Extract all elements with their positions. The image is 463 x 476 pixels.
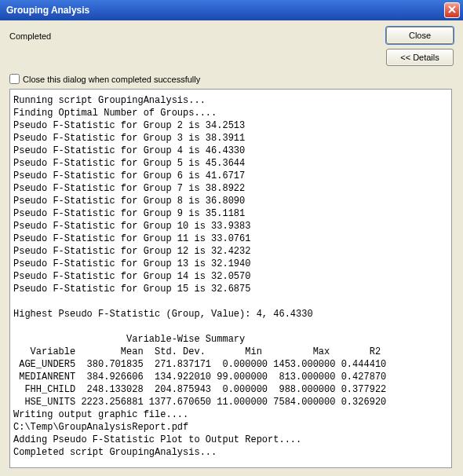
close-button[interactable]: Close (386, 27, 454, 44)
auto-close-checkbox[interactable] (9, 74, 20, 84)
log-panel[interactable]: Running script GroupingAnalysis... Findi… (9, 89, 452, 468)
auto-close-label: Close this dialog when completed success… (23, 75, 200, 84)
close-icon (448, 5, 456, 16)
button-stack: Close << Details (386, 27, 454, 66)
titlebar: Grouping Analysis (0, 0, 463, 20)
window-title: Grouping Analysis (6, 5, 444, 16)
auto-close-checkbox-row[interactable]: Close this dialog when completed success… (9, 74, 454, 84)
log-text: Running script GroupingAnalysis... Findi… (13, 94, 448, 459)
dialog-body: Completed Close << Details Close this di… (0, 20, 463, 474)
top-row: Completed Close << Details (9, 27, 454, 66)
titlebar-close-button[interactable] (444, 2, 460, 18)
status-label: Completed (9, 27, 386, 41)
details-button[interactable]: << Details (386, 49, 454, 66)
